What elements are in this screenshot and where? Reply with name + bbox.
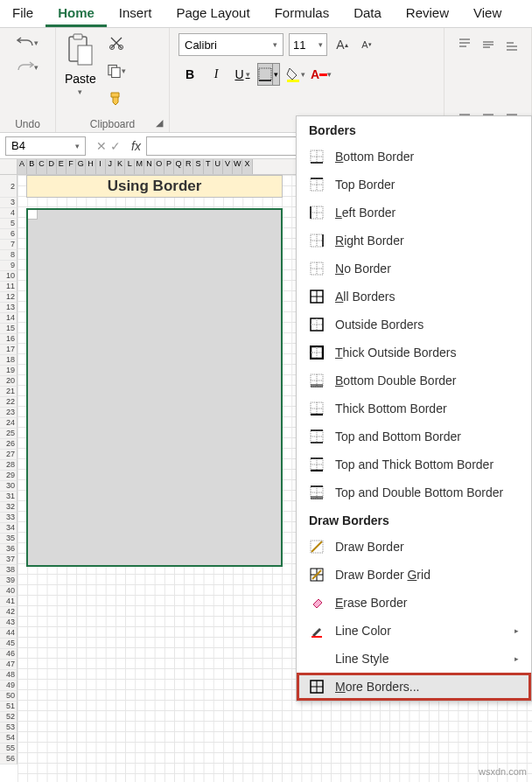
tab-file[interactable]: File: [0, 0, 46, 27]
borders-dropdown-icon[interactable]: ▾: [272, 64, 279, 85]
row-header[interactable]: 10: [0, 271, 18, 282]
align-middle-icon[interactable]: [477, 33, 499, 56]
row-header[interactable]: 54: [0, 733, 18, 744]
fill-color-button[interactable]: ▾: [284, 63, 306, 86]
row-header[interactable]: 42: [0, 607, 18, 618]
column-header[interactable]: E: [57, 159, 66, 174]
tab-view[interactable]: View: [461, 0, 514, 27]
row-header[interactable]: 2: [0, 175, 18, 198]
menu-item-left[interactable]: Left Border: [297, 199, 531, 227]
column-header[interactable]: U: [214, 159, 223, 174]
menu-item-line-style[interactable]: Line Style▸: [297, 645, 531, 673]
name-box[interactable]: B4▾: [5, 136, 86, 156]
font-name-select[interactable]: Calibri▾: [178, 33, 284, 56]
align-top-icon[interactable]: [453, 33, 475, 56]
menu-item-top-double-bottom[interactable]: Top and Double Bottom Border: [297, 478, 531, 506]
row-header[interactable]: 14: [0, 313, 18, 324]
menu-item-line-color[interactable]: Line Color▸: [297, 617, 531, 645]
row-header[interactable]: 20: [0, 376, 18, 387]
row-header[interactable]: 52: [0, 712, 18, 723]
menu-item-erase[interactable]: Erase Border: [297, 589, 531, 617]
row-header[interactable]: 21: [0, 387, 18, 397]
row-header[interactable]: 46: [0, 649, 18, 660]
row-header[interactable]: 5: [0, 219, 18, 229]
row-header[interactable]: 6: [0, 229, 18, 240]
row-header[interactable]: 45: [0, 639, 18, 649]
font-size-select[interactable]: 11▾: [289, 33, 327, 56]
row-header[interactable]: 16: [0, 334, 18, 345]
row-header[interactable]: 27: [0, 450, 18, 460]
selected-range[interactable]: [26, 208, 283, 567]
row-header[interactable]: 37: [0, 555, 18, 565]
row-header[interactable]: 18: [0, 355, 18, 366]
cancel-formula-icon[interactable]: ✕: [96, 139, 107, 153]
tab-review[interactable]: Review: [394, 0, 461, 27]
row-header[interactable]: 7: [0, 240, 18, 250]
bold-button[interactable]: B: [178, 63, 201, 86]
tab-home[interactable]: Home: [46, 0, 107, 27]
row-header[interactable]: 53: [0, 723, 18, 733]
row-header[interactable]: 48: [0, 670, 18, 681]
row-header[interactable]: 35: [0, 534, 18, 544]
menu-item-none[interactable]: No Border: [297, 255, 531, 283]
row-header[interactable]: 19: [0, 366, 18, 376]
menu-item-thick-bottom[interactable]: Thick Bottom Border: [297, 394, 531, 422]
row-header[interactable]: 30: [0, 481, 18, 492]
menu-item-all[interactable]: All Borders: [297, 283, 531, 311]
borders-button[interactable]: ▾: [257, 63, 280, 86]
column-header[interactable]: L: [125, 159, 135, 174]
format-painter-button[interactable]: [107, 89, 126, 108]
row-header[interactable]: 43: [0, 618, 18, 628]
row-header[interactable]: 47: [0, 660, 18, 670]
row-header[interactable]: 9: [0, 261, 18, 271]
menu-item-right[interactable]: Right Border: [297, 227, 531, 255]
cut-button[interactable]: [107, 33, 126, 52]
column-header[interactable]: N: [144, 159, 154, 174]
row-header[interactable]: 36: [0, 544, 18, 555]
column-header[interactable]: P: [164, 159, 174, 174]
column-header[interactable]: S: [193, 159, 203, 174]
row-header[interactable]: 4: [0, 208, 18, 219]
menu-item-top-and-bottom[interactable]: Top and Bottom Border: [297, 422, 531, 450]
row-header[interactable]: 34: [0, 523, 18, 534]
font-color-button[interactable]: A▾: [310, 63, 332, 86]
align-bottom-icon[interactable]: [500, 33, 522, 56]
column-header[interactable]: D: [47, 159, 57, 174]
menu-item-thick[interactable]: Thick Outside Borders: [297, 339, 531, 367]
column-header[interactable]: C: [37, 159, 46, 174]
row-header[interactable]: 33: [0, 513, 18, 523]
row-header[interactable]: 22: [0, 397, 18, 408]
row-header[interactable]: 31: [0, 492, 18, 502]
row-header[interactable]: 3: [0, 198, 18, 208]
row-header[interactable]: 56: [0, 754, 18, 765]
row-header[interactable]: 41: [0, 597, 18, 607]
row-header[interactable]: 51: [0, 702, 18, 712]
row-header[interactable]: 55: [0, 744, 18, 754]
column-header[interactable]: R: [184, 159, 193, 174]
row-header[interactable]: 8: [0, 250, 18, 261]
menu-item-top-thick-bottom[interactable]: Top and Thick Bottom Border: [297, 450, 531, 478]
increase-font-icon[interactable]: A▴: [332, 35, 352, 54]
menu-item-top[interactable]: Top Border: [297, 171, 531, 199]
copy-button[interactable]: ▾: [107, 61, 126, 80]
row-header[interactable]: 39: [0, 576, 18, 586]
column-header[interactable]: H: [86, 159, 95, 174]
row-header[interactable]: 23: [0, 408, 18, 418]
column-header[interactable]: F: [66, 159, 76, 174]
title-cell[interactable]: Using Border: [26, 175, 283, 198]
decrease-font-icon[interactable]: A▾: [357, 35, 376, 54]
row-header[interactable]: 32: [0, 502, 18, 513]
underline-button[interactable]: U▾: [231, 63, 254, 86]
clipboard-dialog-launcher[interactable]: ◢: [153, 116, 165, 129]
italic-button[interactable]: I: [205, 63, 228, 86]
row-header[interactable]: 17: [0, 345, 18, 355]
undo-button[interactable]: ▾: [16, 33, 40, 52]
row-header[interactable]: 40: [0, 586, 18, 597]
row-header[interactable]: 44: [0, 628, 18, 639]
row-header[interactable]: 29: [0, 471, 18, 481]
column-header[interactable]: I: [96, 159, 106, 174]
column-header[interactable]: A: [18, 159, 27, 174]
menu-item-bottom-double[interactable]: Bottom Double Border: [297, 367, 531, 394]
redo-button[interactable]: ▾: [16, 58, 40, 77]
row-header[interactable]: 26: [0, 439, 18, 450]
